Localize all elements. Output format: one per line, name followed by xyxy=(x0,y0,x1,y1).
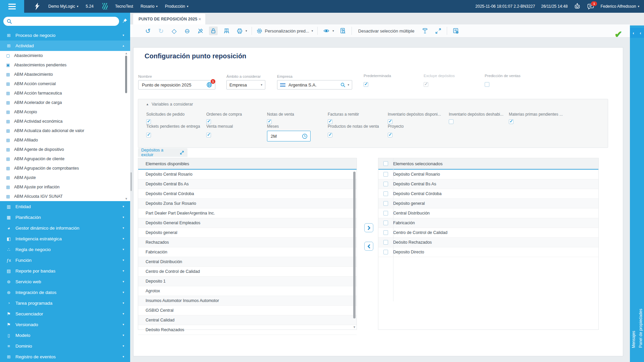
tab-depositos-a-excluir[interactable]: Depósitos a excluir xyxy=(138,148,187,157)
sidebar-submenu-item[interactable]: ▤ ABM Acción comercial xyxy=(0,79,130,88)
chevron-left-icon[interactable]: ‹ xyxy=(640,31,641,36)
selected-list-item[interactable]: Depósito general xyxy=(378,199,598,208)
expand-section-icon[interactable] xyxy=(180,150,184,155)
list-settings-button[interactable] xyxy=(451,26,460,35)
personalization-menu[interactable]: Personalización pred... ▾ xyxy=(256,28,313,34)
clock-icon[interactable] xyxy=(302,133,308,139)
available-list-item[interactable]: Depósito Central Bs As xyxy=(138,179,357,189)
sidebar-search[interactable] xyxy=(3,17,119,26)
redo-button[interactable]: ↻ xyxy=(157,26,165,35)
sidebar-submenu-item[interactable]: ▤ ABM Agrupación de comprobantes xyxy=(0,164,130,173)
remove-button[interactable]: ⊖ xyxy=(183,26,192,35)
sidebar-submenu-item[interactable]: ▤ ABM Agrupación de cliente xyxy=(0,154,130,164)
sidebar-submenu-item[interactable]: ▤ ABM Alícuota IGV SUNAT xyxy=(0,192,130,201)
row-checkbox[interactable] xyxy=(383,250,388,254)
variable-checkbox[interactable] xyxy=(388,133,392,137)
panel-tab-mensajes[interactable]: Mensajes xyxy=(630,25,637,362)
variable-checkbox[interactable] xyxy=(328,133,332,137)
scrollbar-thumb[interactable] xyxy=(125,56,127,93)
sidebar-submenu-item[interactable]: ▤ ABM Actualiza dato adicional de valor xyxy=(0,126,130,135)
assistant-robot-icon[interactable] xyxy=(574,3,581,10)
selected-list-item[interactable]: Depósito Central Córdoba xyxy=(378,189,598,199)
print-options-chevron-icon[interactable]: ▾ xyxy=(246,29,247,33)
available-list-item[interactable]: GSBIO Central xyxy=(138,306,357,315)
chevron-down-icon[interactable]: ▾ xyxy=(347,83,349,86)
sidebar-submenu-item[interactable]: ▤ ABM Ajuste xyxy=(0,173,130,182)
submenu-scrollbar[interactable]: ▲ ▼ xyxy=(125,52,127,200)
variable-checkbox[interactable] xyxy=(449,119,453,124)
edit-disabled-button[interactable] xyxy=(196,26,205,35)
sidebar-section-item[interactable]: ⊛ Integración de datos ▾ xyxy=(0,287,130,298)
sidebar-section-item[interactable]: ▯ Modelo ▾ xyxy=(0,330,130,341)
sidebar-submenu-item[interactable]: ▣ Abastecimientos pendientes xyxy=(0,60,130,70)
sidebar-submenu-item[interactable]: ▤ ABM Abastecimiento xyxy=(0,70,130,79)
row-checkbox[interactable] xyxy=(383,230,388,235)
multi-select-toggle[interactable]: Desactivar selección múltiple xyxy=(358,28,415,34)
hamburger-menu-button[interactable] xyxy=(0,0,24,13)
row-checkbox[interactable] xyxy=(383,221,388,225)
sidebar-submenu-item[interactable]: ▤ ABM Actividad económica xyxy=(0,117,130,126)
variable-checkbox[interactable] xyxy=(146,119,151,124)
meses-input[interactable] xyxy=(270,133,298,139)
selected-list-item[interactable]: Depósito Central Rosario xyxy=(378,170,598,179)
variable-checkbox[interactable] xyxy=(388,119,392,124)
variable-checkbox[interactable] xyxy=(206,119,211,124)
list-scrollbar[interactable]: ▼ xyxy=(353,171,356,325)
expand-view-button[interactable] xyxy=(434,26,442,35)
pin-icon[interactable] xyxy=(122,18,127,23)
available-list-item[interactable]: Depósito Central Rosario xyxy=(138,170,357,179)
sidebar-submenu-item[interactable]: ▤ ABM Acelerador de carga xyxy=(0,98,130,107)
empresa-input[interactable] xyxy=(288,82,340,88)
empresa-search-icon[interactable] xyxy=(340,82,345,87)
sidebar-section-item[interactable]: ▦ Planificación ▾ xyxy=(0,212,130,223)
visibility-button[interactable] xyxy=(322,26,331,35)
sidebar-section-item[interactable]: ◔ Tarea programada ▾ xyxy=(0,298,130,308)
row-checkbox[interactable] xyxy=(383,191,388,196)
messages-chat-icon[interactable]: 1 xyxy=(587,3,594,10)
search-input[interactable] xyxy=(15,19,116,24)
available-list-item[interactable]: Central Distribución xyxy=(138,257,357,267)
tab-punto-de-reposicion[interactable]: PUNTO DE REPOSICIÓN 2025 × xyxy=(133,14,205,24)
available-list-item[interactable]: Fabricación xyxy=(138,247,357,257)
scroll-up-icon[interactable]: ▲ xyxy=(125,52,127,55)
undo-button[interactable]: ↺ xyxy=(144,26,152,35)
clear-button[interactable]: ◇ xyxy=(170,26,178,35)
sidebar-section-item[interactable]: ⊞ Registro de eventos ▾ xyxy=(0,351,130,362)
available-list-item[interactable]: Centro de Control de Calidad xyxy=(138,267,357,277)
sidebar-item-actividad[interactable]: ⊞ Actividad ▴ xyxy=(0,41,130,51)
variable-checkbox[interactable] xyxy=(509,119,514,124)
confirm-check-icon[interactable]: ✔ xyxy=(614,29,622,40)
available-list-item[interactable]: Agrotox xyxy=(138,286,357,296)
selected-list-item[interactable]: Centro de Control de Calidad xyxy=(378,228,598,238)
select-all-checkbox[interactable] xyxy=(383,161,388,166)
sidebar-section-item[interactable]: ≡ Dominio ▾ xyxy=(0,341,130,351)
sidebar-section-item[interactable]: ƒx Función ▾ xyxy=(0,255,130,265)
sidebar-submenu-item[interactable]: ▤ ABM Ajuste por inflación xyxy=(0,182,130,192)
ambito-select[interactable]: Empresa ▾ xyxy=(226,80,265,89)
selected-list-item[interactable]: Deposito Directo xyxy=(378,247,598,257)
available-list-item[interactable]: Depósito general xyxy=(138,228,357,238)
variables-collapse-header[interactable]: ▲ Variables a considerar xyxy=(146,102,193,107)
variable-checkbox[interactable] xyxy=(328,119,332,124)
predeterminada-checkbox[interactable] xyxy=(364,82,368,87)
scroll-down-icon[interactable]: ▼ xyxy=(353,325,356,329)
scroll-down-icon[interactable]: ▼ xyxy=(125,197,127,200)
available-list-item[interactable]: Deposito 1 xyxy=(138,277,357,286)
vertical-scrollbar-thumb[interactable] xyxy=(130,172,132,191)
available-list-item[interactable]: Insumos Automotor Insumos Automotor xyxy=(138,296,357,306)
available-list-item[interactable]: Deósito Rechazados xyxy=(138,325,357,335)
sidebar-section-item[interactable]: ⚑ Secuenciador ▾ xyxy=(0,308,130,319)
prediccion-ventas-checkbox[interactable] xyxy=(485,82,489,87)
available-list-item[interactable]: Depósito Zona Sur Rosario xyxy=(138,199,357,208)
panel-tab-propiedades[interactable]: Panel de propiedades xyxy=(637,25,644,362)
sidebar-section-item[interactable]: ◕ Gestor dinámico de información ▾ xyxy=(0,223,130,233)
nombre-input[interactable] xyxy=(141,82,205,88)
move-right-button[interactable] xyxy=(364,223,373,232)
sidebar-section-item[interactable]: ∴ Regla de negocio ▾ xyxy=(0,244,130,255)
available-list-item[interactable]: Central Calidad xyxy=(138,315,357,325)
visibility-chevron-icon[interactable]: ▾ xyxy=(332,29,334,33)
selected-list-item[interactable]: Central Distribución xyxy=(378,208,598,218)
app-menu[interactable]: Demo MyLogic ▾ xyxy=(48,4,78,9)
sidebar-section-item[interactable]: ◧ Inteligencia estratégica ▾ xyxy=(0,233,130,244)
selected-list-item[interactable]: Fabricación xyxy=(378,218,598,228)
